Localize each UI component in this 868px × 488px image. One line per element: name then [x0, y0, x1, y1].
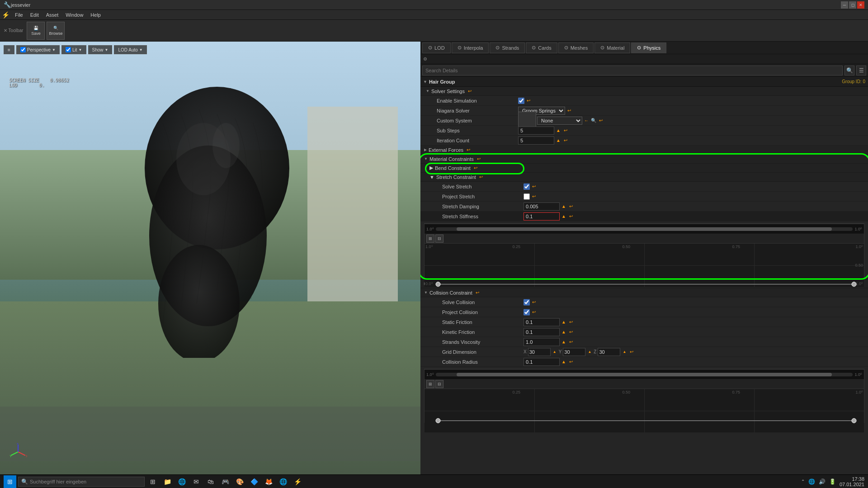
show-button[interactable]: Show ▼	[88, 45, 113, 54]
kinetic-friction-spinner[interactable]: ▲	[561, 329, 567, 335]
game-icon[interactable]: 🎮	[219, 475, 231, 488]
enable-simulation-checkbox[interactable]	[518, 98, 524, 104]
menu-file[interactable]: File	[11, 10, 27, 20]
lod-auto-button[interactable]: LOD Auto ▼	[114, 45, 146, 54]
menu-help[interactable]: Help	[87, 10, 104, 20]
iteration-count-reset-button[interactable]: ↩	[562, 137, 569, 144]
sub-steps-input[interactable]	[518, 127, 554, 135]
strands-viscosity-input[interactable]	[524, 338, 560, 346]
browser-icon[interactable]: 🌐	[175, 475, 188, 488]
static-friction-spinner[interactable]: ▲	[561, 319, 567, 325]
static-friction-reset-button[interactable]: ↩	[568, 319, 574, 325]
material-constraints-header[interactable]: ▼ Material Constraints ↩	[420, 155, 868, 164]
tray-arrow-icon[interactable]: ⌃	[801, 479, 805, 484]
project-stretch-checkbox[interactable]	[524, 193, 530, 200]
grid-dimension-reset-button[interactable]: ↩	[628, 349, 635, 355]
iteration-count-spinner-up[interactable]: ▲	[555, 137, 561, 144]
stretch-stiffness-input[interactable]	[524, 212, 560, 221]
custom-system-nav-back-button[interactable]: ←	[583, 117, 590, 124]
curve-scroll-bar[interactable]	[436, 227, 853, 231]
collision-curve-editor[interactable]: 1.0⁰ 1.0⁰ ⊞ ⊟ 0.25 0.50 0	[424, 369, 864, 423]
task-view-icon[interactable]: ⊞	[146, 475, 159, 488]
menu-window[interactable]: Window	[62, 10, 87, 20]
collision-scroll-bar[interactable]	[436, 373, 853, 376]
static-friction-input[interactable]	[524, 318, 560, 326]
external-forces-reset-button[interactable]: ↩	[465, 147, 472, 153]
curve-editor-scrollbar-top[interactable]: 1.0⁰ 1.0⁰	[425, 224, 864, 234]
explorer-icon[interactable]: 📁	[161, 475, 174, 488]
sub-steps-spinner-up[interactable]: ▲	[555, 127, 561, 134]
sub-steps-reset-button[interactable]: ↩	[562, 127, 569, 134]
grid-y-spinner[interactable]: ▲	[586, 349, 593, 355]
hair-group-header[interactable]: ▼ Hair Group Group ID: 0	[420, 77, 868, 87]
material-constraints-reset-button[interactable]: ↩	[476, 156, 482, 162]
curve-canvas[interactable]: 0.25 0.50 0.75 1.0⁰ 1.0⁰ 0.50 0.0⁰ 1.0⁰	[425, 244, 864, 287]
enable-simulation-reset-button[interactable]: ↩	[525, 98, 532, 104]
custom-system-search-button[interactable]: 🔍	[590, 117, 597, 124]
close-button[interactable]: ✕	[857, 1, 864, 9]
iteration-count-input[interactable]	[518, 136, 554, 145]
collision-radius-input[interactable]	[524, 358, 560, 366]
tab-material[interactable]: ⊙ Material	[594, 42, 630, 53]
project-stretch-reset-button[interactable]: ↩	[531, 193, 537, 200]
paint-icon[interactable]: 🎨	[233, 475, 246, 488]
firefox-icon[interactable]: 🦊	[262, 475, 275, 488]
viewport[interactable]: ≡ Perspective ▼ Lit ▼ Show ▼ LOD Auto ▼	[0, 42, 420, 474]
save-button[interactable]: 💾 Save	[27, 22, 45, 40]
collision-constraint-header[interactable]: ▼ Collision Constraint ↩	[420, 288, 868, 297]
stretch-damping-input[interactable]	[524, 202, 560, 211]
grid-x-input[interactable]	[528, 348, 551, 356]
menu-edit[interactable]: Edit	[27, 10, 42, 20]
kinetic-friction-reset-button[interactable]: ↩	[568, 329, 574, 335]
tab-meshes[interactable]: ⊙ Meshes	[558, 42, 594, 53]
curve-editor[interactable]: 1.0⁰ 1.0⁰ ⊞ ⊟	[424, 223, 864, 277]
custom-system-dropdown[interactable]: None	[537, 117, 582, 125]
minimize-button[interactable]: ─	[841, 1, 848, 9]
tab-physics[interactable]: ⊙ Physics	[631, 42, 666, 53]
stretch-damping-reset-button[interactable]: ↩	[568, 203, 574, 210]
perspective-checkbox[interactable]	[20, 47, 26, 52]
collision-curve-canvas[interactable]: 0.25 0.50 0.75 1.0⁰	[425, 389, 864, 432]
collision-radius-spinner[interactable]: ▲	[561, 359, 567, 365]
viewport-menu-button[interactable]: ≡	[4, 45, 14, 54]
collision-radius-reset-button[interactable]: ↩	[568, 359, 574, 365]
stretch-constraint-reset-button[interactable]: ↩	[478, 174, 484, 180]
tab-cards[interactable]: ⊙ Cards	[526, 42, 557, 53]
blender-icon[interactable]: 🔷	[248, 475, 260, 488]
view-toggle-button[interactable]: ☰	[856, 66, 866, 75]
stretch-constraint-header[interactable]: ▼ Stretch Constraint ↩	[420, 173, 868, 182]
curve-zoom-button[interactable]: ⊟	[435, 235, 443, 243]
ue-taskbar-icon[interactable]: ⚡	[291, 475, 304, 488]
mail-icon[interactable]: ✉	[190, 475, 203, 488]
lit-button[interactable]: Lit ▼	[61, 45, 86, 54]
store-icon[interactable]: 🛍	[204, 475, 217, 488]
tab-lod[interactable]: ⊙ LOD	[422, 42, 451, 53]
tab-strands[interactable]: ⊙ Strands	[490, 42, 525, 53]
curve-fit-button[interactable]: ⊞	[426, 235, 434, 243]
perspective-button[interactable]: Perspective ▼	[16, 45, 60, 54]
project-collision-checkbox[interactable]	[524, 309, 530, 315]
grid-z-spinner[interactable]: ▲	[621, 349, 627, 355]
tab-interpola[interactable]: ⊙ Interpola	[452, 42, 489, 53]
bend-constraint-reset-button[interactable]: ↩	[472, 165, 479, 171]
start-button[interactable]: ⊞	[4, 475, 16, 488]
solve-stretch-checkbox[interactable]	[524, 183, 530, 190]
collision-curve-scrollbar-top[interactable]: 1.0⁰ 1.0⁰	[425, 369, 864, 379]
stretch-stiffness-spinner[interactable]: ▲	[561, 213, 567, 220]
bend-constraint-header[interactable]: ▶ Bend Constraint ↩	[420, 164, 868, 173]
stretch-damping-spinner[interactable]: ▲	[561, 203, 567, 210]
lit-checkbox[interactable]	[66, 47, 71, 52]
search-button[interactable]: 🔍	[844, 66, 854, 75]
custom-system-reset-button[interactable]: ↩	[598, 117, 604, 124]
external-forces-header[interactable]: ▶ External Forces ↩	[420, 145, 868, 155]
solver-settings-reset-button[interactable]: ↩	[467, 88, 473, 94]
menu-asset[interactable]: Asset	[42, 10, 62, 20]
restore-button[interactable]: ◻	[849, 1, 856, 9]
solve-stretch-reset-button[interactable]: ↩	[531, 183, 537, 190]
grid-x-spinner[interactable]: ▲	[552, 349, 558, 355]
grid-z-input[interactable]	[598, 348, 620, 356]
strands-viscosity-reset-button[interactable]: ↩	[568, 339, 574, 345]
search-input[interactable]	[422, 66, 843, 75]
kinetic-friction-input[interactable]	[524, 328, 560, 336]
collision-curve-fit-button[interactable]: ⊞	[426, 380, 434, 388]
